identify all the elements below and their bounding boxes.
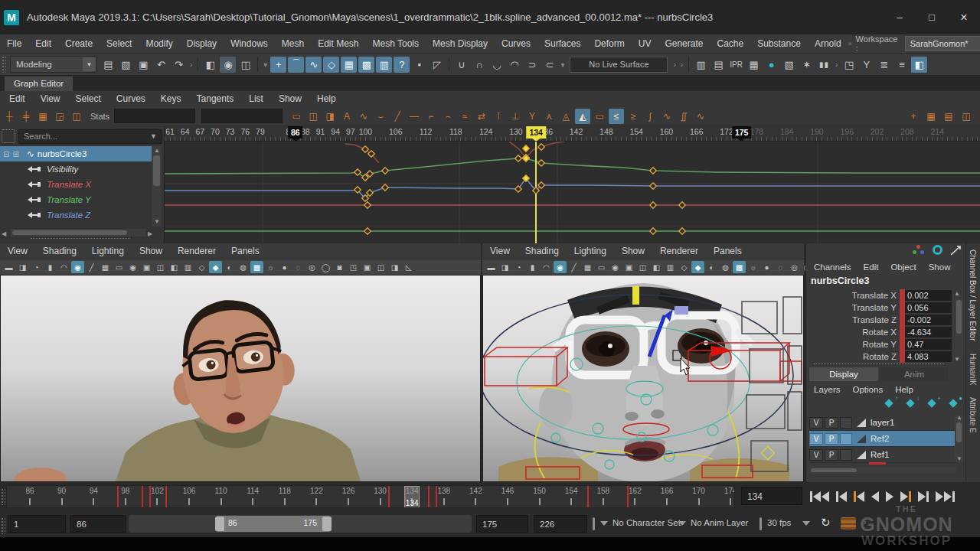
menu-renderer[interactable]: Renderer <box>652 243 706 259</box>
stats-value-field[interactable] <box>201 109 283 123</box>
menu-arnold[interactable]: Arnold <box>808 34 848 53</box>
use-all-lights-icon[interactable]: ▩ <box>250 261 263 273</box>
menu-show[interactable]: Show <box>271 91 309 106</box>
divider-handle[interactable] <box>760 517 762 530</box>
menu-keys[interactable]: Keys <box>153 91 189 106</box>
menu-panels[interactable]: Panels <box>224 243 267 259</box>
playback-start-field[interactable]: 86 <box>70 515 126 533</box>
play-forwards-button[interactable] <box>886 489 893 504</box>
open-scene-icon[interactable]: ▧ <box>118 57 134 73</box>
keyframe[interactable] <box>523 145 529 152</box>
script-icon[interactable]: ◺ <box>402 261 415 273</box>
menu-show[interactable]: Show <box>923 260 957 274</box>
center-current-time-icon[interactable]: ◨ <box>322 109 338 124</box>
field-chart-icon[interactable]: ◫ <box>636 261 649 273</box>
toolbar-grip[interactable] <box>1 517 5 534</box>
menu-show[interactable]: Show <box>614 243 652 259</box>
hypershade-icon[interactable]: ▧ <box>781 57 797 73</box>
auto-tangent-icon[interactable]: A <box>339 109 354 124</box>
keyframe[interactable] <box>364 228 371 234</box>
menu-channels[interactable]: Channels <box>808 260 858 274</box>
unify-tangents-icon[interactable]: ⊥ <box>508 109 523 124</box>
playblast-icon[interactable]: ▥ <box>376 57 392 73</box>
clamped-tangent-icon[interactable]: ⌣ <box>373 109 388 124</box>
spline-tangent-icon[interactable]: ∿ <box>356 109 371 124</box>
range-slider-range[interactable]: 86 175 <box>216 516 331 532</box>
infinity-curve-icon[interactable]: ∿ <box>693 109 708 124</box>
lock-tangent-weight-icon[interactable]: ⋏ <box>541 109 557 124</box>
expand-arrow-icon[interactable]: › <box>862 518 867 527</box>
channel-value-field[interactable]: -0.002 <box>905 315 952 325</box>
insert-keys-icon[interactable]: ╪ <box>18 109 34 124</box>
workspace-select[interactable]: SarahGnomon*▼ <box>905 36 980 51</box>
playback-loop-icon[interactable]: ↻ <box>821 516 831 530</box>
collapse-icon[interactable]: ⊟ <box>3 150 9 158</box>
menu-view[interactable]: View <box>0 243 35 259</box>
step-back-key-button[interactable] <box>854 489 864 504</box>
wireframe-icon[interactable]: ◇ <box>678 261 691 273</box>
menu-view[interactable]: View <box>482 243 518 259</box>
panel-layout2-icon[interactable]: ◨ <box>388 261 401 273</box>
menu-options[interactable]: Options <box>847 383 890 396</box>
component-select-icon[interactable]: ◉ <box>220 57 236 73</box>
menu-surfaces[interactable]: Surfaces <box>537 34 587 53</box>
menu-mesh-display[interactable]: Mesh Display <box>426 34 495 53</box>
multisample-aa-icon[interactable]: ◯ <box>319 261 332 273</box>
menu-cache[interactable]: Cache <box>710 34 750 53</box>
grid-icon[interactable]: ▦ <box>581 261 594 273</box>
post-infinity-cycle-icon[interactable]: ≥ <box>626 109 641 124</box>
playblast-icon[interactable] <box>841 517 856 530</box>
select-tool-icon[interactable]: ◧ <box>202 57 218 73</box>
keyframe[interactable] <box>382 184 388 191</box>
scroll-right-icon[interactable]: ▶ <box>148 231 152 237</box>
post-infinity-curve-icon[interactable]: ∬ <box>676 109 691 124</box>
resolution-gate-icon[interactable]: ◉ <box>126 261 139 273</box>
light-editor-icon[interactable]: ✶ <box>799 57 815 73</box>
divider-handle[interactable] <box>593 517 595 530</box>
time-snap-icon[interactable]: ◬ <box>558 109 573 124</box>
character-controls-icon[interactable]: Υ <box>858 57 874 73</box>
stats-time-field[interactable] <box>114 109 195 123</box>
save-scene-icon[interactable]: ▣ <box>136 57 152 73</box>
render-settings-icon[interactable]: ▦ <box>746 57 762 73</box>
menu-display[interactable]: Display <box>180 34 224 53</box>
minimize-button[interactable]: – <box>884 0 916 34</box>
menu-tangents[interactable]: Tangents <box>189 91 242 106</box>
image-plane-icon[interactable]: ◠ <box>57 261 70 273</box>
menu-deform[interactable]: Deform <box>587 34 631 53</box>
live-snap-icon[interactable]: ⊃ <box>524 57 540 73</box>
plateau-tangent-icon[interactable]: ⌢ <box>440 109 456 124</box>
character-set-menu-icon[interactable] <box>600 521 608 526</box>
menu-edit[interactable]: Edit <box>858 260 885 274</box>
curve-snap-icon[interactable]: ∩ <box>471 57 487 73</box>
playback-end-field[interactable]: 175 <box>476 515 528 533</box>
keyframe[interactable] <box>515 155 521 161</box>
textured-icon[interactable]: ◍ <box>719 261 732 273</box>
pause-viewport-icon[interactable]: ▮▮ <box>816 57 832 73</box>
maximize-button[interactable]: □ <box>916 0 948 34</box>
paint-select-icon[interactable]: ◫ <box>237 57 253 73</box>
free-tangent-weight-icon[interactable]: Y <box>524 109 540 124</box>
channel-value-field[interactable]: 0.002 <box>905 290 952 301</box>
step-back-frame-button[interactable] <box>836 489 847 504</box>
channel-value-field[interactable]: 0.056 <box>905 302 952 313</box>
tree-item-translate-x[interactable]: Translate X <box>0 177 152 192</box>
chevron-down-icon[interactable]: ▾ <box>262 60 269 69</box>
menu-layers[interactable]: Layers <box>808 383 847 396</box>
camera-attributes-icon[interactable]: ◔ <box>512 261 525 273</box>
keyframe[interactable] <box>679 202 685 208</box>
two-d-pan-zoom-icon[interactable]: ◉ <box>71 261 84 273</box>
channel-value-field[interactable]: -4.634 <box>905 327 952 337</box>
rotate-snap-icon[interactable]: ◠ <box>506 57 522 73</box>
keyframe[interactable] <box>538 160 544 166</box>
render-region-icon[interactable]: ▤ <box>710 57 727 73</box>
layer-visibility-toggle[interactable]: V <box>809 449 823 461</box>
frame-all-icon[interactable]: ▭ <box>289 109 304 124</box>
attribute-spreadsheet-icon[interactable]: ≡ <box>893 57 910 73</box>
menu-lighting[interactable]: Lighting <box>84 243 132 259</box>
menu-windows[interactable]: Windows <box>224 34 275 53</box>
node-display-icon[interactable] <box>913 245 925 256</box>
scroll-up-icon[interactable]: ▲ <box>954 291 960 297</box>
locked-camera-icon[interactable]: ◨ <box>498 261 511 273</box>
new-scene-icon[interactable]: ▤ <box>100 57 116 73</box>
